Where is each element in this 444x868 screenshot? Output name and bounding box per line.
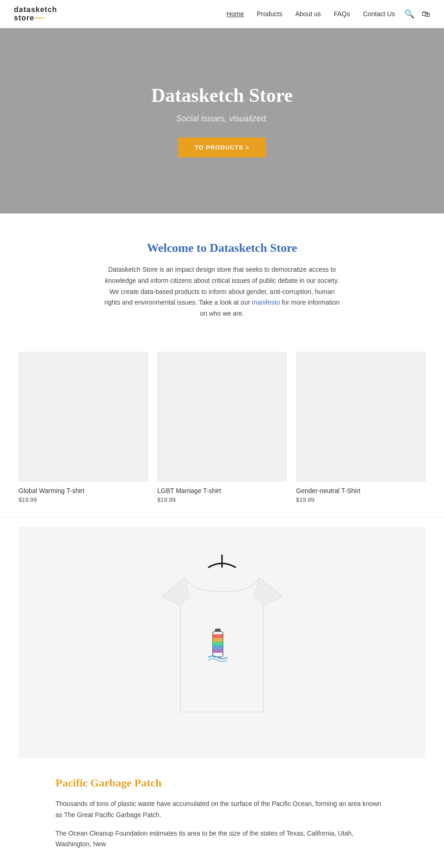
product-name-1: Global Warming T-shirt [18,487,148,494]
nav-icons: 🔍 🛍 [404,9,430,19]
svg-rect-6 [213,645,223,649]
featured-description-2: The Ocean Cleanup Foundation estimates i… [56,828,388,850]
svg-rect-3 [213,634,223,638]
search-icon: 🔍 [404,9,414,19]
product-name-3: Gender-neutral T-Shirt [296,487,426,494]
product-image-1 [18,352,148,481]
featured-tshirt-image [162,555,282,731]
manifesto-link[interactable]: manifesto [252,299,280,306]
nav-links: Home Products About us FAQs Contact Us [227,10,395,18]
product-name-2: LGBT Marriage T-shirt [157,487,287,494]
featured-description-1: Thousands of tons of plastic waste have … [56,799,388,821]
svg-rect-7 [213,649,223,653]
products-grid: Global Warming T-shirt $19.99 LGBT Marri… [0,338,444,517]
hero-title: Datasketch Store [151,84,293,106]
cart-icon: 🛍 [422,9,430,19]
product-price-2: $19.99 [157,496,287,503]
svg-rect-5 [213,642,223,645]
welcome-section: Welcome to Datasketch Store Datasketch S… [0,213,444,338]
featured-product-title: Pacific Garbage Patch [56,777,388,789]
hero-cta-button[interactable]: TO PRODUCTS > [178,137,266,157]
product-image-2 [157,352,287,481]
logo-wave: ~~~ [34,14,44,22]
product-price-3: $19.99 [296,496,426,503]
product-card-1[interactable]: Global Warming T-shirt $19.99 [18,352,148,503]
logo-text-top: datasketch [14,6,57,14]
product-price-1: $19.99 [18,496,148,503]
site-logo[interactable]: datasketch store~~~ [14,6,57,22]
featured-product-section: Pacific Garbage Patch Thousands of tons … [0,517,444,867]
hero-section: Datasketch Store Social issues, visualiz… [0,28,444,213]
product-card-2[interactable]: LGBT Marriage T-shirt $19.99 [157,352,287,503]
svg-rect-4 [213,638,223,642]
search-button[interactable]: 🔍 [404,9,414,19]
welcome-body: Datasketch Store is an impact design sto… [102,264,342,319]
welcome-heading: Welcome to Datasketch Store [56,241,388,255]
cart-button[interactable]: 🛍 [422,9,430,19]
nav-link-about[interactable]: About us [295,10,321,18]
nav-link-faqs[interactable]: FAQs [334,10,350,18]
hero-subtitle: Social issues, visualized. [176,114,268,124]
nav-link-contact[interactable]: Contact Us [363,10,395,18]
product-image-3 [296,352,426,481]
nav-link-products[interactable]: Products [257,10,282,18]
nav-link-home[interactable]: Home [227,10,244,18]
product-card-3[interactable]: Gender-neutral T-Shirt $19.99 [296,352,426,503]
featured-description: Pacific Garbage Patch Thousands of tons … [18,758,426,867]
featured-image-container [18,527,426,758]
logo-text-bottom: store~~~ [14,14,57,22]
navbar: datasketch store~~~ Home Products About … [0,0,444,28]
svg-rect-1 [215,629,221,631]
